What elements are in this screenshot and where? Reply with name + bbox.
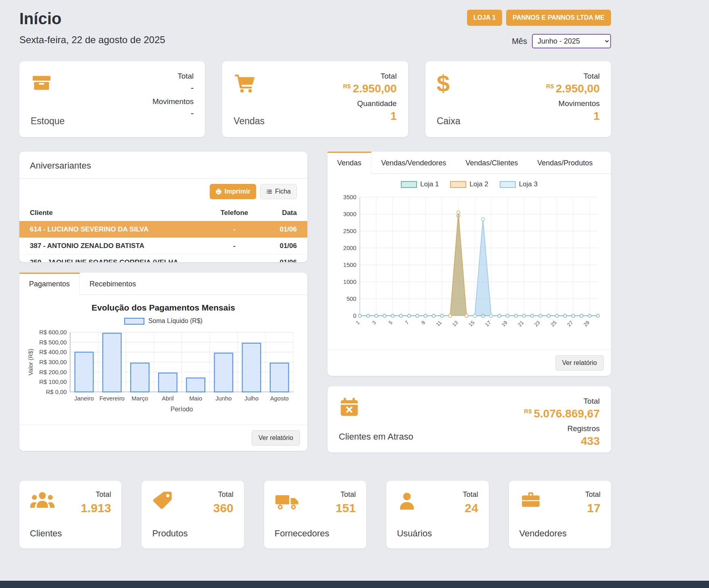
- svg-text:Valor (R$): Valor (R$): [27, 349, 34, 375]
- stat-total-label: Total: [343, 72, 396, 81]
- person-icon: [397, 490, 417, 515]
- stat-second-label: Movimentos: [546, 99, 600, 108]
- payments-report-button[interactable]: Ver relatório: [252, 430, 300, 446]
- tab-vendas-clientes[interactable]: Vendas/Clientes: [456, 152, 528, 173]
- svg-text:R$ 500,00: R$ 500,00: [39, 339, 67, 346]
- svg-text:Agosto: Agosto: [270, 395, 289, 402]
- header-right: LOJA 1 PANNOS E PANNOS LTDA ME Mês Junho…: [467, 10, 611, 48]
- stat-card-label: Caixa: [437, 116, 461, 127]
- sales-report-button[interactable]: Ver relatório: [555, 355, 604, 371]
- summary-label: Fornecedores: [275, 528, 356, 539]
- svg-text:9: 9: [420, 320, 426, 326]
- legend-label-loja1: Loja 1: [420, 180, 439, 188]
- svg-text:13: 13: [451, 320, 459, 328]
- summary-total-label: Total: [336, 490, 356, 499]
- summary-card-clientes: Total 1.913 Clientes: [19, 481, 121, 548]
- tab-vendas[interactable]: Vendas: [327, 152, 371, 174]
- legend-swatch-loja1: [401, 181, 417, 188]
- printer-icon: [215, 188, 222, 195]
- dashboard: Início Sexta-feira, 22 de agosto de 2025…: [19, 0, 611, 548]
- legend-label-loja3: Loja 3: [519, 180, 538, 188]
- legend-label-loja2: Loja 2: [469, 180, 488, 188]
- stat-second-value: -: [152, 108, 194, 119]
- svg-text:15: 15: [467, 320, 475, 328]
- cart-icon: [234, 72, 265, 94]
- page-title: Início: [19, 10, 165, 28]
- briefcase-icon: [519, 490, 542, 515]
- legend-swatch-loja3: [500, 181, 516, 188]
- header: Início Sexta-feira, 22 de agosto de 2025…: [19, 10, 611, 48]
- table-row[interactable]: 250 - JAQUELINE SOARES CORREIA (VELHA - …: [19, 254, 307, 262]
- tab-vendas-produtos[interactable]: Vendas/Produtos: [528, 152, 602, 173]
- tab-vendas-vendedores[interactable]: Vendas/Vendedores: [371, 152, 456, 173]
- late-total-label: Total: [524, 397, 600, 406]
- svg-text:19: 19: [500, 320, 509, 328]
- header-left: Início Sexta-feira, 22 de agosto de 2025: [19, 10, 165, 46]
- svg-text:Período: Período: [171, 406, 193, 413]
- svg-text:R$ 100,00: R$ 100,00: [39, 379, 67, 385]
- svg-text:3: 3: [371, 320, 377, 326]
- bottom-bar: [0, 581, 709, 588]
- summary-card-vendedores: Total 17 Vendedores: [509, 481, 611, 548]
- svg-text:29: 29: [582, 320, 590, 328]
- svg-text:R$ 200,00: R$ 200,00: [39, 369, 67, 375]
- sales-chart: 0500100015002000250030003500135791113151…: [334, 191, 605, 348]
- svg-text:0: 0: [353, 313, 356, 319]
- stat-card-estoque: Estoque Total - Movimentos -: [19, 61, 205, 137]
- summary-card-usuarios: Total 24 Usuários: [386, 481, 488, 548]
- company-button[interactable]: PANNOS E PANNOS LTDA ME: [506, 10, 611, 26]
- svg-text:Março: Março: [131, 395, 148, 402]
- svg-text:1000: 1000: [343, 279, 356, 285]
- summary-label: Clientes: [30, 528, 111, 539]
- legend-label: Soma Líquido (R$): [148, 317, 202, 325]
- stat-total-value: R$2.950,00: [546, 82, 600, 95]
- month-select[interactable]: Junho - 2025: [532, 34, 611, 48]
- summary-total-label: Total: [213, 490, 234, 499]
- currency-prefix: R$: [343, 83, 350, 90]
- legend-swatch: [124, 318, 144, 325]
- table-row[interactable]: 614 - LUCIANO SEVERINO DA SILVA - 01/06: [19, 221, 307, 238]
- svg-text:Fevereiro: Fevereiro: [99, 395, 124, 402]
- stat-second-label: Quantidade: [343, 99, 396, 108]
- svg-text:7: 7: [404, 320, 410, 326]
- stat-card-label: Estoque: [31, 116, 65, 127]
- payments-panel: Pagamentos Recebimentos Evolução dos Pag…: [19, 273, 307, 451]
- summary-label: Vendedores: [519, 528, 601, 539]
- birthdays-table-header: Cliente Telefone Data: [19, 204, 307, 221]
- col-cliente: Cliente: [30, 209, 204, 217]
- truck-icon: [275, 490, 300, 515]
- svg-text:21: 21: [517, 320, 525, 328]
- tab-pagamentos[interactable]: Pagamentos: [19, 273, 80, 295]
- stat-second-label: Movimentos: [152, 97, 194, 106]
- stat-second-value: 1: [546, 110, 600, 123]
- page-date: Sexta-feira, 22 de agosto de 2025: [19, 34, 165, 46]
- print-button[interactable]: Imprimir: [210, 184, 256, 199]
- svg-text:Abril: Abril: [162, 395, 174, 402]
- svg-text:5: 5: [388, 320, 394, 326]
- stat-second-value: 1: [343, 110, 396, 123]
- currency-prefix: R$: [546, 83, 554, 90]
- late-clients-title: Clientes em Atraso: [339, 432, 413, 442]
- col-data: Data: [265, 209, 297, 217]
- stat-total-label: Total: [546, 72, 600, 81]
- payments-chart: R$ 0,00R$ 100,00R$ 200,00R$ 300,00R$ 400…: [26, 327, 298, 423]
- svg-text:R$ 0,00: R$ 0,00: [46, 389, 67, 395]
- tab-recebimentos[interactable]: Recebimentos: [80, 273, 146, 294]
- table-row[interactable]: 387 - ANTONIO ZENALDO BATISTA - 01/06: [19, 238, 307, 254]
- svg-text:3500: 3500: [343, 194, 356, 200]
- calendar-x-icon: [339, 397, 413, 418]
- sales-panel: Vendas Vendas/Vendedores Vendas/Clientes…: [327, 152, 611, 376]
- store-button[interactable]: LOJA 1: [467, 10, 502, 26]
- stat-card-label: Vendas: [234, 116, 265, 127]
- late-registros-label: Registros: [524, 424, 600, 433]
- svg-text:500: 500: [346, 296, 356, 302]
- sales-tabs: Vendas Vendas/Vendedores Vendas/Clientes…: [327, 152, 611, 174]
- svg-text:Janeiro: Janeiro: [74, 395, 94, 402]
- summary-total-label: Total: [463, 490, 478, 499]
- dollar-icon: $: [437, 72, 461, 95]
- birthdays-title: Aniversariantes: [19, 152, 307, 178]
- svg-text:Julho: Julho: [244, 395, 259, 402]
- summary-label: Usuários: [397, 528, 478, 539]
- svg-text:2000: 2000: [343, 245, 356, 251]
- ficha-button[interactable]: Ficha: [260, 184, 297, 199]
